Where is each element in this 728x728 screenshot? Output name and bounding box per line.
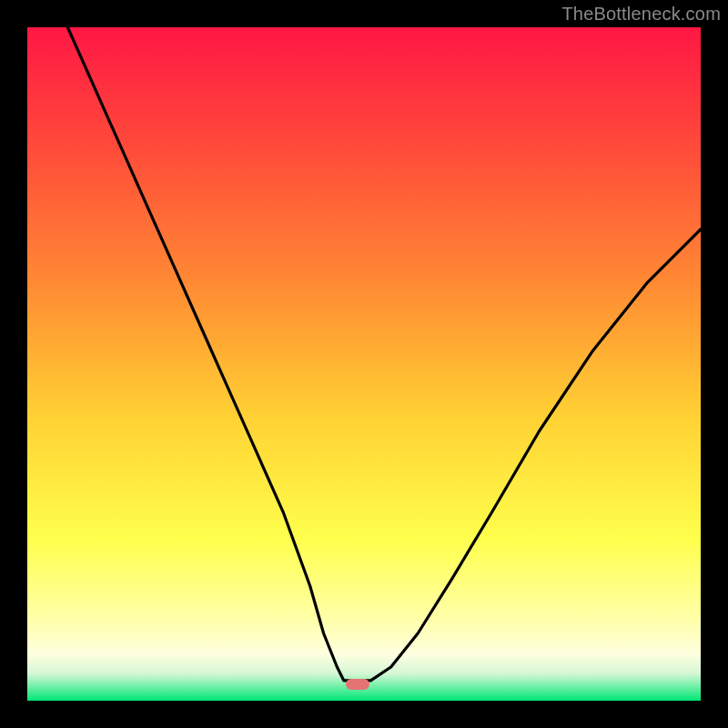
watermark-label: TheBottleneck.com: [561, 4, 721, 25]
bottleneck-curve: [27, 27, 701, 701]
optimal-point-marker: [346, 679, 369, 690]
chart-frame: TheBottleneck.com: [0, 0, 728, 728]
plot-area: [27, 27, 701, 701]
